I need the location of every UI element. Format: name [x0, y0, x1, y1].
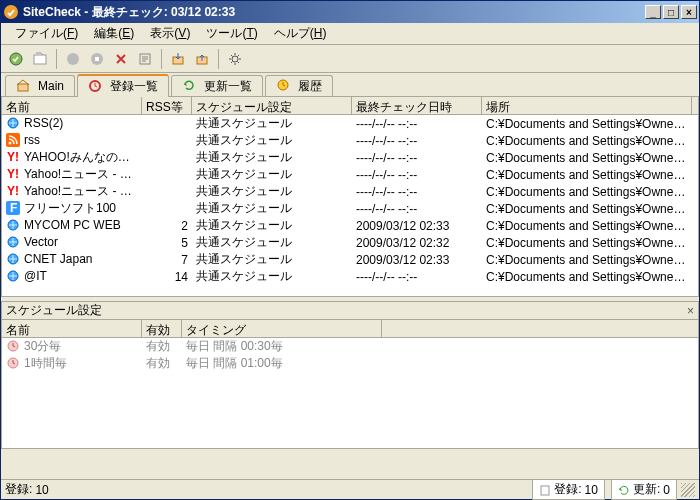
svg-rect-10 — [18, 84, 28, 91]
menu-f[interactable]: ファイル(F) — [7, 23, 86, 44]
site-icon: Y! — [6, 150, 22, 166]
list-row[interactable]: @IT14共通スケジュール----/--/-- --:--C:¥Document… — [2, 268, 698, 285]
clipboard-icon — [539, 484, 551, 496]
schedule-panel-title: スケジュール設定 — [6, 302, 102, 319]
status-updated-pane: 更新: 0 — [611, 479, 677, 500]
schedule-panel-header: スケジュール設定 × — [1, 301, 699, 319]
menu-v[interactable]: 表示(V) — [142, 23, 198, 44]
import-button[interactable] — [167, 48, 189, 70]
site-icon: F — [6, 201, 22, 217]
maximize-button[interactable]: □ — [663, 5, 679, 19]
svg-text:Y!: Y! — [7, 167, 19, 181]
menu-h[interactable]: ヘルプ(H) — [266, 23, 335, 44]
site-icon: Y! — [6, 184, 22, 200]
abort-button[interactable] — [86, 48, 108, 70]
list-row[interactable]: rss共通スケジュール----/--/-- --:--C:¥Documents … — [2, 132, 698, 149]
site-icon — [6, 133, 22, 149]
column-header[interactable]: 場所 — [482, 97, 692, 114]
svg-point-15 — [9, 141, 12, 144]
export-button[interactable] — [191, 48, 213, 70]
status-registered-count: 10 — [35, 483, 48, 497]
tab-2[interactable]: 更新一覧 — [171, 75, 263, 96]
list-row[interactable]: MYCOM PC WEB2共通スケジュール2009/03/12 02:33C:¥… — [2, 217, 698, 234]
close-button[interactable]: × — [681, 5, 697, 19]
column-header[interactable]: 有効 — [142, 320, 182, 337]
open-button[interactable] — [29, 48, 51, 70]
tab-3[interactable]: 履歴 — [265, 75, 333, 96]
site-icon — [6, 235, 22, 251]
settings-button[interactable] — [224, 48, 246, 70]
list-row[interactable]: Vector5共通スケジュール2009/03/12 02:32C:¥Docume… — [2, 234, 698, 251]
menu-t[interactable]: ツール(T) — [198, 23, 265, 44]
svg-rect-5 — [95, 57, 99, 61]
list-row[interactable]: CNET Japan7共通スケジュール2009/03/12 02:33C:¥Do… — [2, 251, 698, 268]
schedule-row[interactable]: 30分毎有効毎日 間隔 00:30毎 — [2, 338, 698, 355]
refresh-icon — [618, 484, 630, 496]
minimize-button[interactable]: _ — [645, 5, 661, 19]
edit-button[interactable] — [134, 48, 156, 70]
site-icon — [6, 218, 22, 234]
tab-bar: Main登録一覧更新一覧履歴 — [1, 73, 699, 97]
schedule-row[interactable]: 1時間毎有効毎日 間隔 01:00毎 — [2, 355, 698, 372]
svg-point-9 — [232, 56, 238, 62]
list-icon — [88, 79, 104, 95]
refresh-icon — [182, 78, 198, 94]
status-registered-label: 登録: — [5, 481, 32, 498]
column-header[interactable]: 名前 — [2, 97, 142, 114]
column-header[interactable]: 最終チェック日時 — [352, 97, 482, 114]
resize-grip[interactable] — [681, 483, 695, 497]
home-icon — [16, 78, 32, 94]
column-header[interactable]: スケジュール設定 — [192, 97, 352, 114]
window-title: SiteCheck - 最終チェック: 03/12 02:33 — [23, 4, 235, 21]
site-icon: Y! — [6, 167, 22, 183]
panel-close-icon[interactable]: × — [687, 304, 694, 318]
menubar: ファイル(F)編集(E)表示(V)ツール(T)ヘルプ(H) — [1, 23, 699, 45]
svg-point-0 — [4, 5, 18, 19]
site-list: 名前RSS等スケジュール設定最終チェック日時場所 RSS(2)共通スケジュール-… — [1, 97, 699, 297]
check-button[interactable] — [5, 48, 27, 70]
tab-0[interactable]: Main — [5, 75, 75, 96]
tab-1[interactable]: 登録一覧 — [77, 74, 169, 97]
list-row[interactable]: Y!YAHOO!みんなの政治…共通スケジュール----/--/-- --:--C… — [2, 149, 698, 166]
list-header: 名前RSS等スケジュール設定最終チェック日時場所 — [2, 97, 698, 115]
svg-rect-27 — [541, 486, 549, 495]
list-row[interactable]: Fフリーソフト100共通スケジュール----/--/-- --:--C:¥Doc… — [2, 200, 698, 217]
clock-icon — [6, 339, 22, 355]
list-row[interactable]: Y!Yahoo!ニュース - テ…共通スケジュール----/--/-- --:-… — [2, 166, 698, 183]
clock-icon — [6, 356, 22, 372]
svg-text:Y!: Y! — [7, 184, 19, 198]
schedule-panel: スケジュール設定 × 名前有効タイミング 30分毎有効毎日 間隔 00:30毎1… — [1, 301, 699, 449]
stop-button[interactable] — [62, 48, 84, 70]
svg-text:F: F — [10, 201, 17, 215]
titlebar: SiteCheck - 最終チェック: 03/12 02:33 _ □ × — [1, 1, 699, 23]
site-icon — [6, 116, 22, 132]
svg-text:Y!: Y! — [7, 150, 19, 164]
menu-e[interactable]: 編集(E) — [86, 23, 142, 44]
schedule-list: 名前有効タイミング 30分毎有効毎日 間隔 00:30毎1時間毎有効毎日 間隔 … — [1, 319, 699, 449]
svg-point-3 — [67, 53, 79, 65]
column-header[interactable]: RSS等 — [142, 97, 192, 114]
app-icon — [3, 4, 19, 20]
toolbar — [1, 45, 699, 73]
list-row[interactable]: RSS(2)共通スケジュール----/--/-- --:--C:¥Documen… — [2, 115, 698, 132]
column-header[interactable]: 名前 — [2, 320, 142, 337]
list-row[interactable]: Y!Yahoo!ニュース - 国…共通スケジュール----/--/-- --:-… — [2, 183, 698, 200]
history-icon — [276, 78, 292, 94]
site-icon — [6, 252, 22, 268]
status-registered-pane: 登録: 10 — [532, 479, 605, 500]
delete-button[interactable] — [110, 48, 132, 70]
svg-rect-2 — [34, 55, 46, 64]
site-icon — [6, 269, 22, 285]
statusbar: 登録: 10 登録: 10 更新: 0 — [1, 479, 699, 499]
column-header[interactable]: タイミング — [182, 320, 382, 337]
